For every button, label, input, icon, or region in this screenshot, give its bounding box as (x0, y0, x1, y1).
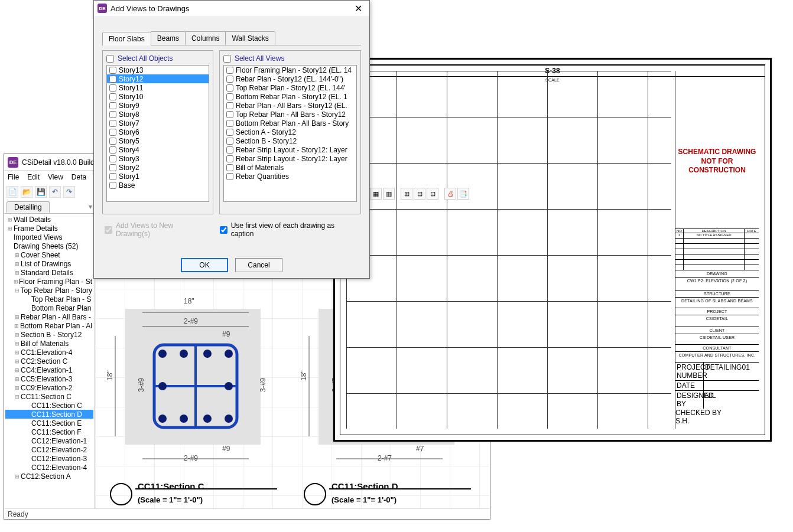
tree-node[interactable]: CC11:Section D (5, 410, 93, 419)
export-icon[interactable]: 📑 (457, 188, 469, 200)
tree-node[interactable]: CC12:Elevation-3 (5, 454, 93, 463)
save-icon[interactable]: 💾 (35, 186, 47, 198)
tree-node[interactable]: Imported Views (5, 233, 93, 241)
tab-beams[interactable]: Beams (151, 31, 186, 45)
tree-node[interactable]: ⊟CC11:Section C (5, 392, 93, 401)
tree-node[interactable]: ⊞Section B - Story12 (5, 330, 93, 339)
section-c-scale: (Scale = 1"= 1'-0") (138, 495, 203, 504)
tree-node[interactable]: Drawing Sheets (52) (5, 241, 93, 250)
select-all-views-checkbox[interactable] (223, 55, 231, 63)
object-list-item[interactable]: Story10 (107, 92, 209, 101)
menu-view[interactable]: View (48, 173, 63, 181)
select-all-objects-checkbox[interactable] (106, 55, 114, 63)
object-list-item[interactable]: Story3 (107, 154, 209, 163)
tab-columns[interactable]: Columns (185, 31, 226, 45)
view-list-item[interactable]: Section B - Story12 (224, 136, 356, 145)
menu-deta[interactable]: Deta (72, 173, 86, 181)
svg-point-6 (225, 350, 233, 358)
view-list-item[interactable]: Rebar Strip Layout - Story12: Layer (224, 145, 356, 154)
menu-file[interactable]: File (8, 173, 19, 181)
cancel-button[interactable]: Cancel (235, 258, 282, 272)
tree-node[interactable]: ⊞Bill of Materials (5, 339, 93, 348)
object-list-item[interactable]: Story13 (107, 66, 209, 74)
view-list-item[interactable]: Top Rebar Plan - Story12 (EL. 144' (224, 83, 356, 92)
view-tool-icon-2[interactable]: ▥ (383, 188, 395, 200)
tree-node[interactable]: ⊟Top Rebar Plan - Story (5, 286, 93, 295)
open-icon[interactable]: 📂 (21, 186, 32, 198)
view-list-item[interactable]: Rebar Plan - Story12 (EL. 144'-0") (224, 74, 356, 83)
tree-node[interactable]: CC12:Elevation-4 (5, 463, 93, 472)
object-list-item[interactable]: Story2 (107, 163, 209, 172)
new-icon[interactable]: 📄 (6, 186, 18, 198)
object-list-item[interactable]: Story7 (107, 119, 209, 128)
use-first-view-checkbox[interactable] (220, 226, 228, 234)
tree-node[interactable]: ⊞Standard Details (5, 268, 93, 277)
tree-node[interactable]: Bottom Rebar Plan (5, 303, 93, 312)
tree-node[interactable]: ⊞Cover Sheet (5, 250, 93, 259)
object-list-item[interactable]: Story12 (107, 74, 209, 83)
objects-listbox[interactable]: Story13Story12Story11Story10Story9Story8… (106, 65, 209, 202)
tree-node[interactable]: ⊞Rebar Plan - All Bars - (5, 312, 93, 321)
view-list-item[interactable]: Floor Framing Plan - Story12 (EL. 14 (224, 66, 356, 74)
view-tool-icon-3[interactable]: ⊞ (401, 188, 412, 200)
tree-node[interactable]: ⊞Floor Framing Plan - St (5, 277, 93, 286)
sidebar-dropdown-icon[interactable]: ▾ (89, 203, 92, 211)
tree-node[interactable]: ⊞Frame Details (5, 224, 93, 233)
objects-pane: Select All Objects Story13Story12Story11… (102, 50, 213, 214)
view-tool-icon-5[interactable]: ⊡ (427, 188, 438, 200)
tree-node[interactable]: CC11:Section C (5, 401, 93, 410)
object-list-item[interactable]: Story4 (107, 145, 209, 154)
svg-point-35 (304, 484, 326, 505)
view-tool-icon-4[interactable]: ⊟ (414, 188, 425, 200)
view-list-item[interactable]: Section A - Story12 (224, 128, 356, 136)
tree-node[interactable]: ⊞CC9:Elevation-2 (5, 383, 93, 392)
tree-view[interactable]: ⊞Wall Details⊞Frame DetailsImported View… (4, 213, 95, 508)
menu-edit[interactable]: Edit (27, 173, 40, 181)
tree-node[interactable]: ⊞Bottom Rebar Plan - Al (5, 321, 93, 330)
tb-drawing-value: CW1 P2: ELEVATION (2 OF 2) (675, 277, 759, 290)
tree-node[interactable]: ⊞CC1:Elevation-4 (5, 348, 93, 357)
svg-point-8 (225, 382, 233, 390)
tree-node[interactable]: ⊞CC12:Section A (5, 472, 93, 481)
svg-point-9 (158, 414, 167, 423)
status-bar: Ready (4, 508, 490, 519)
tree-node[interactable]: CC12:Elevation-2 (5, 445, 93, 454)
view-tool-icon[interactable]: ▦ (370, 188, 382, 200)
svg-point-11 (203, 414, 212, 423)
view-list-item[interactable]: Rebar Plan - All Bars - Story12 (EL. (224, 101, 356, 110)
title-block: SCHEMATIC DRAWING NOT FOR CONSTRUCTION N… (675, 71, 759, 429)
object-list-item[interactable]: Base (107, 181, 209, 190)
tree-node[interactable]: CC12:Elevation-1 (5, 436, 93, 445)
tab-wall-stacks[interactable]: Wall Stacks (225, 31, 275, 45)
tree-node[interactable]: ⊞Wall Details (5, 215, 93, 224)
view-list-item[interactable]: Bill of Materials (224, 163, 356, 172)
tree-node[interactable]: ⊞List of Drawings (5, 259, 93, 268)
ok-button[interactable]: OK (181, 258, 228, 272)
view-list-item[interactable]: Rebar Quantities (224, 172, 356, 181)
print-icon[interactable]: 🖨 (444, 188, 456, 200)
view-list-item[interactable]: Bottom Rebar Plan - All Bars - Story (224, 119, 356, 128)
select-all-views-label: Select All Views (235, 54, 285, 63)
object-list-item[interactable]: Story1 (107, 172, 209, 181)
tree-node[interactable]: ⊞CC4:Elevation-1 (5, 365, 93, 374)
views-listbox[interactable]: Floor Framing Plan - Story12 (EL. 14Reba… (223, 65, 357, 202)
tree-node[interactable]: ⊞CC2:Section C (5, 357, 93, 365)
dialog-close-icon[interactable]: ✕ (351, 3, 366, 14)
dialog-tabs: Floor Slabs Beams Columns Wall Stacks (102, 31, 361, 45)
object-list-item[interactable]: Story11 (107, 83, 209, 92)
object-list-item[interactable]: Story5 (107, 136, 209, 145)
redo-icon[interactable]: ↷ (63, 186, 75, 198)
tree-node[interactable]: Top Rebar Plan - S (5, 295, 93, 303)
tree-node[interactable]: CC11:Section E (5, 419, 93, 427)
view-list-item[interactable]: Rebar Strip Layout - Story12: Layer (224, 154, 356, 163)
object-list-item[interactable]: Story9 (107, 101, 209, 110)
undo-icon[interactable]: ↶ (49, 186, 61, 198)
tree-node[interactable]: CC11:Section F (5, 427, 93, 436)
object-list-item[interactable]: Story6 (107, 128, 209, 136)
view-list-item[interactable]: Bottom Rebar Plan - Story12 (EL. 1 (224, 92, 356, 101)
object-list-item[interactable]: Story8 (107, 110, 209, 119)
view-list-item[interactable]: Top Rebar Plan - All Bars - Story12 (224, 110, 356, 119)
sidebar-tab-detailing[interactable]: Detailing (6, 201, 50, 213)
tree-node[interactable]: ⊞CC5:Elevation-3 (5, 374, 93, 383)
tab-floor-slabs[interactable]: Floor Slabs (102, 32, 151, 45)
